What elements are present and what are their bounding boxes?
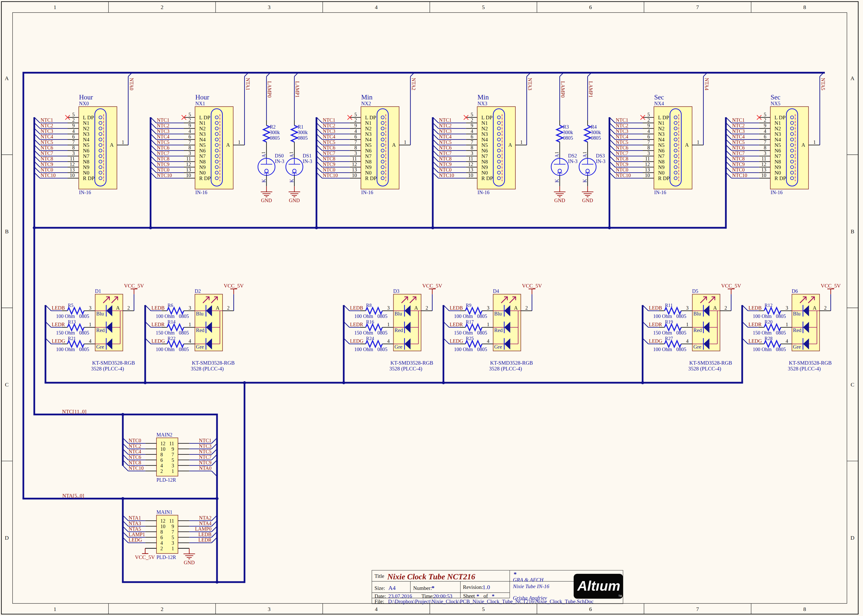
svg-text:2: 2 (471, 117, 473, 123)
svg-text:300k: 300k (591, 130, 601, 135)
svg-text:N8: N8 (481, 159, 488, 165)
svg-text:LEDR: LEDR (151, 322, 165, 327)
svg-text:N4: N4 (365, 137, 372, 143)
svg-text:NTC0: NTC0 (41, 167, 53, 173)
svg-text:KT-SMD3528-RGB: KT-SMD3528-RGB (789, 360, 832, 366)
svg-text:NTA[5..0]: NTA[5..0] (62, 493, 84, 499)
svg-text:N5: N5 (83, 142, 90, 148)
svg-text:N8: N8 (199, 159, 206, 165)
svg-text:A: A (414, 305, 418, 311)
svg-text:LEDG: LEDG (649, 338, 662, 344)
svg-text:1: 1 (89, 322, 91, 327)
svg-text:NTC3: NTC3 (439, 128, 451, 134)
svg-text:2: 2 (160, 546, 163, 551)
svg-text:NX2: NX2 (361, 101, 371, 106)
svg-text:N1: N1 (365, 120, 372, 126)
svg-text:LEDR: LEDR (450, 322, 463, 327)
svg-text:A: A (289, 154, 294, 158)
svg-text:D6: D6 (792, 288, 798, 294)
svg-text:NTC1: NTC1 (157, 117, 170, 123)
svg-text:Blu: Blu (96, 311, 104, 317)
svg-text:N9: N9 (83, 164, 90, 170)
svg-text:11: 11 (352, 156, 357, 162)
svg-text:Blu: Blu (395, 311, 402, 317)
svg-text:NTC6: NTC6 (732, 145, 745, 151)
svg-text:NTC10: NTC10 (129, 465, 144, 471)
svg-text:NTC7: NTC7 (41, 151, 53, 156)
svg-text:1: 1 (189, 322, 191, 327)
svg-text:A: A (685, 142, 689, 148)
svg-text:10: 10 (186, 173, 191, 178)
svg-text:3: 3 (171, 540, 174, 546)
svg-text:R14: R14 (168, 319, 176, 324)
svg-text:NTC[11..0]: NTC[11..0] (62, 409, 86, 415)
svg-text:1: 1 (520, 139, 523, 145)
svg-text:12: 12 (186, 162, 191, 167)
svg-text:K: K (582, 179, 588, 182)
svg-text:C: C (5, 382, 9, 388)
svg-text:0805: 0805 (179, 330, 189, 335)
svg-text:N9: N9 (199, 164, 206, 170)
svg-text:7: 7 (354, 139, 357, 145)
svg-text:100 Ohm: 100 Ohm (753, 347, 772, 352)
svg-text:*: * (514, 571, 517, 577)
svg-text:K: K (261, 179, 266, 182)
svg-text:Gre: Gre (793, 344, 801, 350)
svg-text:3: 3 (764, 151, 766, 156)
svg-text:3: 3 (686, 305, 689, 311)
svg-text:0805: 0805 (563, 135, 573, 141)
svg-text:3: 3 (89, 305, 91, 311)
svg-text:5: 5 (72, 112, 75, 117)
svg-text:0805: 0805 (377, 313, 388, 319)
svg-text:NTC10: NTC10 (732, 173, 747, 178)
svg-text:13: 13 (70, 167, 75, 173)
svg-text:DS3: DS3 (596, 153, 605, 159)
svg-text:NTC0: NTC0 (616, 167, 629, 173)
svg-text:NTC3: NTC3 (41, 128, 53, 134)
svg-text:R19: R19 (665, 319, 673, 324)
svg-text:D3: D3 (393, 288, 399, 294)
svg-text:NTC9: NTC9 (732, 162, 745, 167)
svg-text:5: 5 (171, 534, 174, 540)
svg-text:7: 7 (764, 139, 766, 145)
svg-text:GND: GND (582, 198, 593, 203)
svg-text:5: 5 (648, 112, 650, 117)
svg-text:1: 1 (404, 139, 406, 145)
svg-text:TM: TM (618, 595, 622, 597)
svg-text:LAMP1: LAMP1 (295, 81, 300, 98)
svg-text:N0: N0 (199, 170, 206, 176)
svg-text:VCC_5V: VCC_5V (224, 283, 244, 289)
svg-text:N5: N5 (775, 142, 781, 148)
svg-text:LEDG: LEDG (350, 338, 363, 344)
svg-text:NTC8: NTC8 (616, 156, 629, 162)
svg-text:NTC6: NTC6 (323, 145, 335, 151)
svg-text:N4: N4 (199, 137, 206, 143)
svg-text:N2: N2 (199, 126, 206, 132)
svg-text:NTC9: NTC9 (157, 162, 170, 167)
svg-text:5: 5 (354, 112, 357, 117)
svg-text:NTA3: NTA3 (129, 520, 141, 526)
svg-text:LEDB: LEDB (52, 305, 65, 311)
svg-text:300k: 300k (270, 130, 280, 135)
svg-text:N1: N1 (83, 120, 90, 126)
svg-text:6: 6 (160, 457, 163, 463)
svg-text:100 Ohm: 100 Ohm (56, 313, 75, 319)
svg-text:*: * (432, 585, 434, 591)
svg-text:A: A (802, 142, 805, 148)
svg-text:1: 1 (686, 322, 689, 327)
svg-text:LEDG: LEDG (52, 338, 65, 344)
svg-text:NTC5: NTC5 (323, 139, 335, 145)
svg-text:N5: N5 (365, 142, 372, 148)
svg-text:3: 3 (487, 305, 489, 311)
svg-text:300k: 300k (298, 130, 308, 135)
svg-text:0805: 0805 (79, 313, 89, 319)
svg-text:VCC_5V: VCC_5V (522, 283, 542, 289)
svg-text:4: 4 (648, 128, 650, 134)
svg-text:NTC3: NTC3 (732, 128, 745, 134)
svg-text:11: 11 (645, 156, 650, 162)
svg-text:4: 4 (686, 338, 689, 344)
svg-text:NTC2: NTC2 (157, 123, 170, 128)
svg-text:13: 13 (468, 167, 473, 173)
svg-text:N3: N3 (83, 131, 90, 137)
svg-text:N3: N3 (199, 131, 206, 137)
